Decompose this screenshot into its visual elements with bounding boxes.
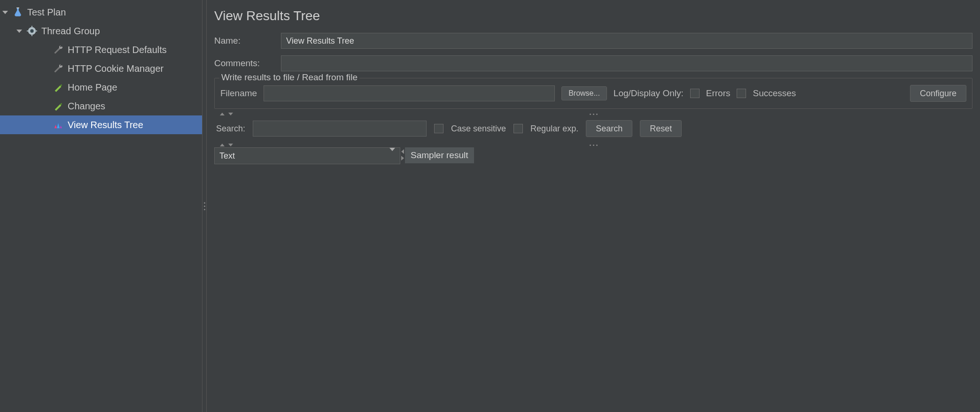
svg-rect-5 (27, 31, 29, 31)
case-sensitive-label: Case sensitive (451, 124, 506, 134)
tree-item-home-page[interactable]: Home Page (0, 78, 202, 97)
main-panel: View Results Tree Name: Comments: Write … (207, 0, 980, 412)
name-row: Name: (214, 33, 972, 49)
tree-item-changes[interactable]: Changes (0, 97, 202, 115)
results-left-column: Text (214, 147, 400, 412)
chart-icon (53, 119, 64, 130)
comments-label: Comments: (214, 58, 275, 69)
tab-sampler-result[interactable]: Sampler result (405, 147, 474, 164)
tree-item-thread-group[interactable]: Thread Group (0, 22, 202, 40)
inner-vertical-splitter[interactable] (400, 147, 405, 412)
search-label: Search: (216, 124, 245, 134)
chevron-down-icon (389, 151, 395, 161)
svg-rect-6 (35, 31, 37, 31)
tree-label: View Results Tree (68, 120, 143, 130)
successes-label: Successes (753, 88, 796, 99)
svg-point-2 (30, 29, 33, 32)
regex-label: Regular exp. (530, 124, 578, 134)
tab-strip: Sampler result (405, 147, 972, 165)
comments-input[interactable] (281, 55, 972, 71)
flask-icon (12, 7, 23, 18)
svg-rect-3 (31, 26, 32, 28)
search-input[interactable] (253, 121, 427, 137)
filename-input[interactable] (264, 85, 555, 101)
vertical-splitter[interactable] (202, 0, 207, 412)
search-bar: Search: Case sensitive Regular exp. Sear… (214, 116, 972, 143)
log-display-label: Log/Display Only: (614, 88, 684, 99)
gear-icon (26, 25, 38, 37)
results-tree-area[interactable] (214, 164, 400, 412)
fieldset-legend: Write results to file / Read from file (219, 72, 359, 83)
svg-rect-0 (16, 8, 19, 8)
configure-button[interactable]: Configure (910, 85, 966, 102)
comments-row: Comments: (214, 55, 972, 71)
name-label: Name: (214, 36, 275, 46)
sampler-icon (53, 82, 64, 93)
expand-toggle[interactable] (2, 11, 8, 14)
tree-label: Home Page (68, 82, 117, 93)
search-button[interactable]: Search (586, 120, 632, 137)
tree-panel: Test Plan Thread Group HTTP Request Defa… (0, 0, 202, 412)
reset-button[interactable]: Reset (640, 120, 682, 137)
name-input[interactable] (281, 33, 972, 49)
wrench-icon (53, 63, 64, 74)
renderer-combo[interactable]: Text (214, 147, 400, 164)
tree-item-http-defaults[interactable]: HTTP Request Defaults (0, 40, 202, 59)
expand-toggle[interactable] (16, 30, 23, 33)
case-sensitive-checkbox[interactable] (434, 124, 443, 133)
tree-label: Changes (68, 101, 105, 112)
sampler-icon (53, 100, 64, 112)
errors-checkbox[interactable] (690, 89, 700, 98)
tree-item-view-results[interactable]: View Results Tree (0, 115, 202, 134)
horizontal-splitter-2[interactable] (214, 143, 972, 147)
successes-checkbox[interactable] (737, 89, 746, 98)
tree-item-cookie-manager[interactable]: HTTP Cookie Manager (0, 59, 202, 78)
renderer-value: Text (219, 151, 235, 161)
svg-rect-4 (31, 34, 32, 36)
results-area: Text Sampler result (214, 147, 972, 412)
panel-title: View Results Tree (214, 8, 972, 23)
tree-item-test-plan[interactable]: Test Plan (0, 3, 202, 22)
browse-button[interactable]: Browse... (561, 86, 607, 100)
tree-label: Test Plan (27, 7, 66, 18)
tree-label: HTTP Cookie Manager (68, 63, 163, 74)
filename-label: Filename (220, 88, 257, 99)
results-right-column: Sampler result (405, 147, 972, 412)
wrench-icon (53, 44, 64, 55)
tree-label: Thread Group (41, 26, 100, 37)
sampler-result-area[interactable] (405, 165, 972, 412)
errors-label: Errors (706, 88, 731, 99)
horizontal-splitter-1[interactable] (214, 112, 972, 116)
regex-checkbox[interactable] (513, 124, 523, 133)
write-results-fieldset: Write results to file / Read from file F… (214, 78, 972, 109)
tree-label: HTTP Request Defaults (68, 45, 167, 55)
